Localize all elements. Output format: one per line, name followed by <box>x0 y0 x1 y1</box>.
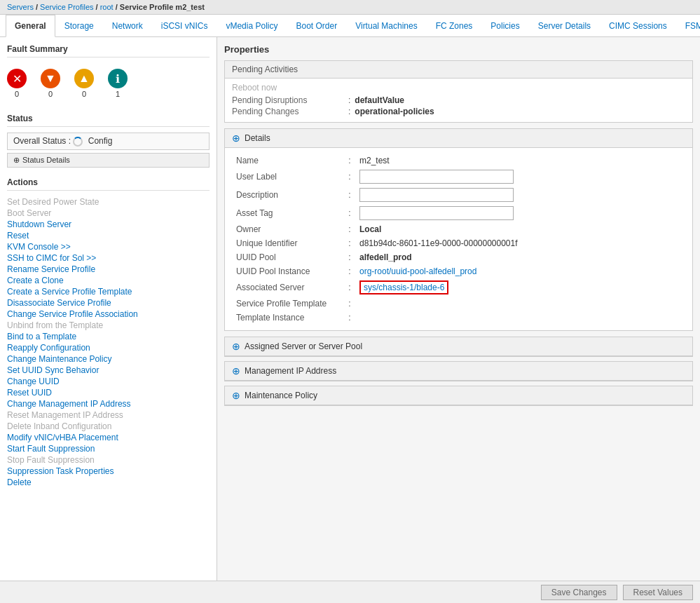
user-label-input[interactable] <box>359 170 514 184</box>
action-reapply[interactable]: Reapply Configuration <box>7 342 210 353</box>
prop-value-description <box>355 186 685 204</box>
action-set-power: Set Desired Power State <box>7 196 210 208</box>
action-modify-vnic[interactable]: Modify vNIC/vHBA Placement <box>7 432 210 443</box>
prop-value-name: m2_test <box>355 154 685 168</box>
tab-fczones[interactable]: FC Zones <box>427 15 482 37</box>
details-header[interactable]: ⊕ Details <box>225 129 692 148</box>
breadcrumb-current: Service Profile m2_test <box>120 3 205 11</box>
prop-value-uniqueid: d81b94dc-8601-11e9-0000-00000000001f <box>355 236 685 250</box>
action-reset-mgmt-ip: Reset Management IP Address <box>7 409 210 421</box>
status-details-button[interactable]: ⊕ Status Details <box>7 153 210 168</box>
fault-summary: Fault Summary ✕ 0 ▼ 0 ▲ 0 ℹ 1 <box>7 44 210 104</box>
maintenance-policy-header[interactable]: ⊕ Maintenance Policy <box>225 386 692 405</box>
bottom-bar: Save Changes Reset Values <box>0 581 700 581</box>
fault-summary-title: Fault Summary <box>7 44 210 57</box>
properties-table: Name : m2_test User Label : Description … <box>232 154 685 325</box>
prop-value-uuidpoolinstance[interactable]: org-root/uuid-pool-alfedell_prod <box>355 264 685 278</box>
action-delete[interactable]: Delete <box>7 477 210 488</box>
action-change-maintenance[interactable]: Change Maintenance Policy <box>7 353 210 365</box>
prop-row-associatedserver: Associated Server : sys/chassis-1/blade-… <box>232 278 685 297</box>
tab-bootorder[interactable]: Boot Order <box>287 15 346 37</box>
action-set-uuid-sync[interactable]: Set UUID Sync Behavior <box>7 365 210 376</box>
details-expand-icon: ⊕ <box>232 133 240 144</box>
actions-section: Actions Set Desired Power State Boot Ser… <box>7 177 210 488</box>
content-area: Fault Summary ✕ 0 ▼ 0 ▲ 0 ℹ 1 <box>0 37 700 581</box>
action-change-mgmt-ip[interactable]: Change Management IP Address <box>7 398 210 409</box>
status-details-label: Status Details <box>22 156 70 164</box>
associated-server-link[interactable]: sys/chassis-1/blade-6 <box>359 280 448 294</box>
prop-value-templateinstance <box>355 311 685 325</box>
prop-row-description: Description : <box>232 186 685 204</box>
overall-status: Overall Status : Config <box>7 133 210 150</box>
fault-icons: ✕ 0 ▼ 0 ▲ 0 ℹ 1 <box>7 63 210 104</box>
fault-circle-yellow: ▲ <box>74 69 94 88</box>
pending-activities-header: Pending Activities <box>225 61 692 79</box>
asset-tag-input[interactable] <box>359 206 514 220</box>
prop-row-uuidpoolinstance: UUID Pool Instance : org-root/uuid-pool-… <box>232 264 685 278</box>
prop-label-description: Description <box>232 186 344 204</box>
prop-value-userlabel <box>355 168 685 186</box>
action-suppression-props[interactable]: Suppression Task Properties <box>7 466 210 477</box>
action-unbind: Unbind from the Template <box>7 320 210 331</box>
prop-label-associatedserver: Associated Server <box>232 278 344 297</box>
action-change-uuid[interactable]: Change UUID <box>7 376 210 387</box>
prop-label-owner: Owner <box>232 222 344 236</box>
breadcrumb-link-root[interactable]: root <box>100 3 114 11</box>
management-ip-header[interactable]: ⊕ Management IP Address <box>225 362 692 381</box>
details-header-label: Details <box>245 133 270 143</box>
overall-status-value: Config <box>88 136 113 146</box>
prop-row-uniqueid: Unique Identifier : d81b94dc-8601-11e9-0… <box>232 236 685 250</box>
action-create-template[interactable]: Create a Service Profile Template <box>7 286 210 297</box>
pending-disruptions-row: Pending Disruptions : defaultValue <box>232 95 685 105</box>
prop-row-uuidpool: UUID Pool : alfedell_prod <box>232 250 685 264</box>
tab-policies[interactable]: Policies <box>481 15 528 37</box>
prop-row-templateinstance: Template Instance : <box>232 311 685 325</box>
tab-network[interactable]: Network <box>103 15 152 37</box>
tab-iscsi[interactable]: iSCSI vNICs <box>152 15 217 37</box>
action-start-fault[interactable]: Start Fault Suppression <box>7 443 210 454</box>
action-shutdown[interactable]: Shutdown Server <box>7 219 210 230</box>
tab-storage[interactable]: Storage <box>55 15 103 37</box>
action-reset[interactable]: Reset <box>7 230 210 241</box>
prop-row-owner: Owner : Local <box>232 222 685 236</box>
assigned-server-header[interactable]: ⊕ Assigned Server or Server Pool <box>225 337 692 356</box>
action-disassociate[interactable]: Disassociate Service Profile <box>7 297 210 309</box>
status-title: Status <box>7 114 210 127</box>
tab-vmedia[interactable]: vMedia Policy <box>217 15 287 37</box>
breadcrumb-link-serviceprofiles[interactable]: Service Profiles <box>40 3 93 11</box>
fault-icon-minor: ▲ 0 <box>74 69 94 98</box>
action-bind[interactable]: Bind to a Template <box>7 331 210 342</box>
description-input[interactable] <box>359 188 514 202</box>
properties-title: Properties <box>224 44 693 55</box>
action-reset-uuid[interactable]: Reset UUID <box>7 387 210 398</box>
tab-fsm[interactable]: FSM <box>676 15 700 37</box>
prop-label-userlabel: User Label <box>232 168 344 186</box>
action-ssh[interactable]: SSH to CIMC for Sol >> <box>7 252 210 264</box>
expand-management-ip: ⊕ Management IP Address <box>224 361 693 381</box>
pending-changes-value: operational-policies <box>355 107 434 116</box>
maintenance-policy-label: Maintenance Policy <box>245 391 317 400</box>
left-panel: Fault Summary ✕ 0 ▼ 0 ▲ 0 ℹ 1 <box>0 37 217 581</box>
action-kvm[interactable]: KVM Console >> <box>7 241 210 252</box>
prop-value-assettag <box>355 204 685 222</box>
tab-cimcsessions[interactable]: CIMC Sessions <box>600 15 676 37</box>
fault-count-teal: 1 <box>116 90 120 98</box>
tab-serverdetails[interactable]: Server Details <box>529 15 600 37</box>
main-tabs: General Storage Network iSCSI vNICs vMed… <box>0 15 700 37</box>
action-rename[interactable]: Rename Service Profile <box>7 264 210 275</box>
fault-circle-red: ✕ <box>7 69 27 88</box>
prop-row-userlabel: User Label : <box>232 168 685 186</box>
tab-vms[interactable]: Virtual Machines <box>346 15 427 37</box>
prop-row-assettag: Asset Tag : <box>232 204 685 222</box>
breadcrumb-link-servers[interactable]: Servers <box>7 3 34 11</box>
plus-icon: ⊕ <box>13 156 20 165</box>
fault-circle-teal: ℹ <box>108 69 128 88</box>
action-clone[interactable]: Create a Clone <box>7 275 210 286</box>
overall-status-label: Overall Status : <box>13 136 71 146</box>
tab-general[interactable]: General <box>6 15 55 37</box>
status-section: Status Overall Status : Config ⊕ Status … <box>7 114 210 168</box>
right-panel: Properties Pending Activities Reboot now… <box>217 37 700 581</box>
pending-disruptions-value: defaultValue <box>355 95 404 105</box>
prop-label-templateinstance: Template Instance <box>232 311 344 325</box>
action-change-assoc[interactable]: Change Service Profile Association <box>7 309 210 320</box>
